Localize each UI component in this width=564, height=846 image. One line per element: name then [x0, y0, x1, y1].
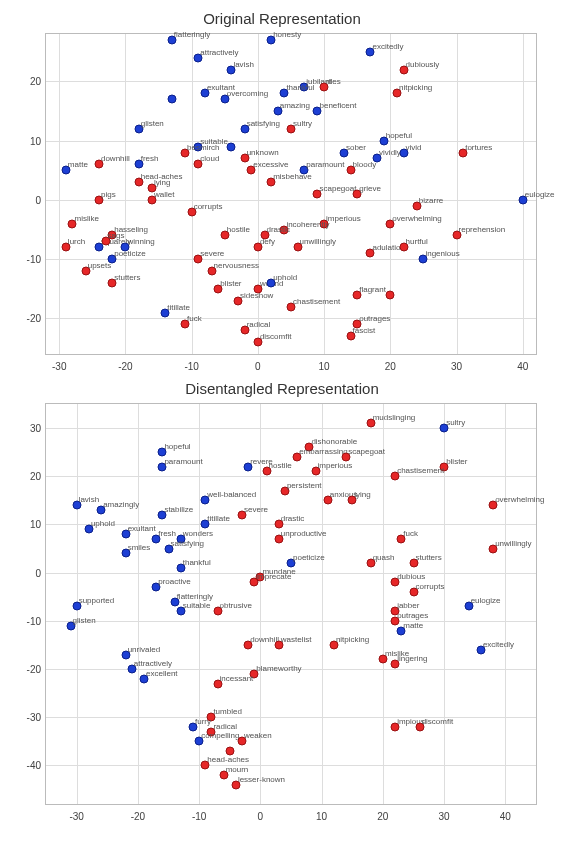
data-point [378, 655, 387, 664]
data-point [262, 467, 271, 476]
x-tick: 10 [319, 361, 330, 372]
point-label: satisfying [247, 119, 280, 128]
data-point [293, 453, 302, 462]
data-point [97, 506, 106, 515]
data-point [181, 320, 190, 329]
point-label: upsets [88, 261, 112, 270]
data-point [399, 243, 408, 252]
point-label: chastisement [293, 297, 340, 306]
point-label: corrupts [194, 202, 223, 211]
data-point [305, 443, 314, 452]
data-point [94, 195, 103, 204]
y-tick: -20 [16, 313, 41, 324]
data-point [94, 160, 103, 169]
point-label: mislike [385, 649, 409, 658]
y-tick: 20 [16, 471, 41, 482]
point-label: overwhelming [392, 214, 441, 223]
data-point [189, 722, 198, 731]
data-point [391, 660, 400, 669]
point-label: exultant [207, 83, 235, 92]
data-point [253, 243, 262, 252]
point-label: head-aches [141, 172, 183, 181]
point-label: nervousness [214, 261, 259, 270]
point-label: dubiously [406, 60, 440, 69]
point-label: hopeful [164, 442, 190, 451]
data-point [313, 190, 322, 199]
point-label: unwillingly [495, 539, 531, 548]
data-point [412, 201, 421, 210]
data-point [194, 160, 203, 169]
data-point [459, 148, 468, 157]
data-point [353, 290, 362, 299]
point-label: suitable [183, 601, 211, 610]
point-label: wastelist [281, 635, 312, 644]
data-point [244, 462, 253, 471]
data-point [489, 501, 498, 510]
data-point [300, 83, 309, 92]
x-tick: 40 [500, 811, 511, 822]
data-point [108, 278, 117, 287]
data-point [260, 231, 269, 240]
data-point [194, 255, 203, 264]
plot-area: -30-20-10010203040-20-1001020flatteringl… [45, 33, 537, 355]
point-label: unrivaled [128, 645, 160, 654]
data-point [176, 563, 185, 572]
data-point [274, 534, 283, 543]
point-label: hurtful [406, 237, 428, 246]
data-point [158, 448, 167, 457]
point-label: hasseling [114, 225, 148, 234]
data-point [72, 602, 81, 611]
data-point [415, 722, 424, 731]
data-point [220, 231, 229, 240]
data-point [379, 136, 388, 145]
data-point [287, 124, 296, 133]
point-label: discomfit [260, 332, 292, 341]
data-point [176, 534, 185, 543]
point-label: fresh [141, 154, 159, 163]
data-point [158, 510, 167, 519]
y-tick: -20 [16, 664, 41, 675]
point-label: paramount [164, 457, 202, 466]
data-point [489, 544, 498, 553]
point-label: imperious [318, 461, 353, 470]
point-label: lavish [79, 495, 99, 504]
data-point [320, 219, 329, 228]
point-label: excitedly [483, 640, 514, 649]
point-label: tumbled [213, 707, 241, 716]
point-label: ingenious [425, 249, 459, 258]
point-label: chastisement [397, 466, 444, 475]
point-label: lingering [397, 654, 427, 663]
point-label: dishonorable [311, 437, 357, 446]
point-label: mislike [74, 214, 98, 223]
point-label: sober [346, 143, 366, 152]
data-point [187, 207, 196, 216]
point-label: lavish [233, 60, 253, 69]
point-label: revere [250, 457, 273, 466]
data-point [386, 219, 395, 228]
point-label: radical [213, 722, 237, 731]
data-point [121, 530, 130, 539]
point-label: obtrusive [220, 601, 252, 610]
data-point [440, 462, 449, 471]
data-point [231, 780, 240, 789]
data-point [164, 544, 173, 553]
data-point [200, 89, 209, 98]
chart: Disentangled Representation-30-20-100102… [10, 380, 554, 805]
data-point [353, 320, 362, 329]
point-label: glisten [141, 119, 164, 128]
data-point [419, 255, 428, 264]
point-label: wonders [183, 529, 213, 538]
data-point [397, 534, 406, 543]
data-point [348, 496, 357, 505]
data-point [274, 520, 283, 529]
data-point [84, 525, 93, 534]
point-label: grieve [359, 184, 381, 193]
y-tick: 20 [16, 76, 41, 87]
data-point [267, 35, 276, 44]
point-label: overcoming [227, 89, 268, 98]
data-point [194, 142, 203, 151]
data-point [440, 424, 449, 433]
point-label: thankful [183, 558, 211, 567]
point-label: weaken [244, 731, 272, 740]
data-point [342, 453, 351, 462]
